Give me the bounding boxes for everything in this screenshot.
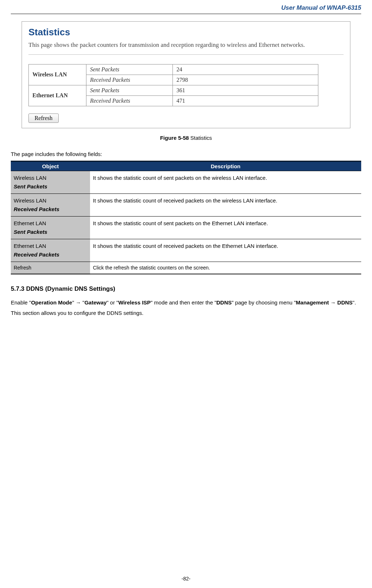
intro-text: The page includes the following fields: bbox=[11, 151, 361, 157]
object-cell: Wireless LAN Received Packets bbox=[11, 193, 90, 216]
figure-caption: Figure 5-58 Statistics bbox=[11, 135, 361, 141]
object-line2: Sent Packets bbox=[14, 228, 87, 236]
statistics-divider bbox=[28, 54, 344, 55]
object-line1: Ethernet LAN bbox=[14, 242, 87, 250]
para-bold: Gateway bbox=[84, 299, 107, 306]
page-number: -82- bbox=[0, 576, 372, 582]
sent-packets-label: Sent Packets bbox=[86, 64, 173, 75]
section-heading: 5.7.3 DDNS (Dynamic DNS Settings) bbox=[11, 285, 361, 293]
wlan-sent-value: 24 bbox=[173, 64, 318, 75]
figure-title: Statistics bbox=[189, 135, 212, 141]
refresh-button[interactable]: Refresh bbox=[28, 113, 59, 123]
ethernet-lan-label: Ethernet LAN bbox=[29, 85, 86, 106]
object-line2: Received Packets bbox=[14, 205, 87, 214]
description-cell: It shows the statistic count of received… bbox=[90, 239, 361, 262]
received-packets-label: Received Packets bbox=[86, 95, 173, 106]
page-header: User Manual of WNAP-6315 bbox=[11, 0, 361, 14]
para-bold: Management → DDNS bbox=[296, 299, 353, 306]
description-table: Object Description Wireless LAN Sent Pac… bbox=[11, 161, 361, 275]
para-text: " bbox=[81, 299, 85, 306]
object-cell: Ethernet LAN Sent Packets bbox=[11, 216, 90, 239]
table-row: Wireless LAN Received Packets It shows t… bbox=[11, 193, 361, 216]
header-rule bbox=[11, 14, 361, 14]
para-bold: DDNS bbox=[216, 299, 232, 306]
table-row: Wireless LAN Sent Packets It shows the s… bbox=[11, 171, 361, 193]
object-cell: Wireless LAN Sent Packets bbox=[11, 171, 90, 193]
table-row: Ethernet LAN Sent Packets 361 bbox=[29, 85, 318, 95]
object-cell: Refresh bbox=[11, 262, 90, 274]
table-row: Wireless LAN Sent Packets 24 bbox=[29, 64, 318, 75]
table-row: Ethernet LAN Sent Packets It shows the s… bbox=[11, 216, 361, 239]
object-line1: Ethernet LAN bbox=[14, 219, 87, 228]
object-line2: Sent Packets bbox=[14, 182, 87, 191]
object-header: Object bbox=[11, 161, 90, 171]
sent-packets-label: Sent Packets bbox=[86, 85, 173, 95]
object-line1: Wireless LAN bbox=[14, 174, 87, 182]
para-text: " bbox=[72, 299, 76, 306]
received-packets-label: Received Packets bbox=[86, 75, 173, 85]
statistics-description: This page shows the packet counters for … bbox=[28, 41, 344, 49]
object-cell: Ethernet LAN Received Packets bbox=[11, 239, 90, 262]
wlan-recv-value: 2798 bbox=[173, 75, 318, 85]
description-cell: It shows the statistic count of sent pac… bbox=[90, 216, 361, 239]
wireless-lan-label: Wireless LAN bbox=[29, 64, 86, 85]
para-text: " mode and then enter the " bbox=[151, 299, 216, 306]
table-row: Refresh Click the refresh the statistic … bbox=[11, 262, 361, 274]
elan-sent-value: 361 bbox=[173, 85, 318, 95]
figure-number: Figure 5-58 bbox=[160, 135, 189, 141]
description-header: Description bbox=[90, 161, 361, 171]
para-bold: Operation Mode bbox=[31, 299, 72, 306]
table-row: Ethernet LAN Received Packets It shows t… bbox=[11, 239, 361, 262]
para-text: Enable " bbox=[11, 299, 31, 306]
para-bold: Wireless ISP bbox=[118, 299, 151, 306]
arrow-icon: → bbox=[76, 299, 81, 306]
elan-recv-value: 471 bbox=[173, 95, 318, 106]
table-header-row: Object Description bbox=[11, 161, 361, 171]
description-cell: Click the refresh the statistic counters… bbox=[90, 262, 361, 274]
description-cell: It shows the statistic count of sent pac… bbox=[90, 171, 361, 193]
para-text: " or " bbox=[107, 299, 118, 306]
object-line1: Wireless LAN bbox=[14, 196, 87, 205]
statistics-title: Statistics bbox=[28, 27, 344, 38]
statistics-screenshot-panel: Statistics This page shows the packet co… bbox=[22, 21, 350, 128]
object-line2: Received Packets bbox=[14, 250, 87, 259]
para-text: " page by choosing menu " bbox=[232, 299, 296, 306]
description-cell: It shows the statistic count of received… bbox=[90, 193, 361, 216]
section-paragraph: Enable "Operation Mode" → "Gateway" or "… bbox=[11, 298, 361, 318]
statistics-table: Wireless LAN Sent Packets 24 Received Pa… bbox=[28, 64, 318, 106]
